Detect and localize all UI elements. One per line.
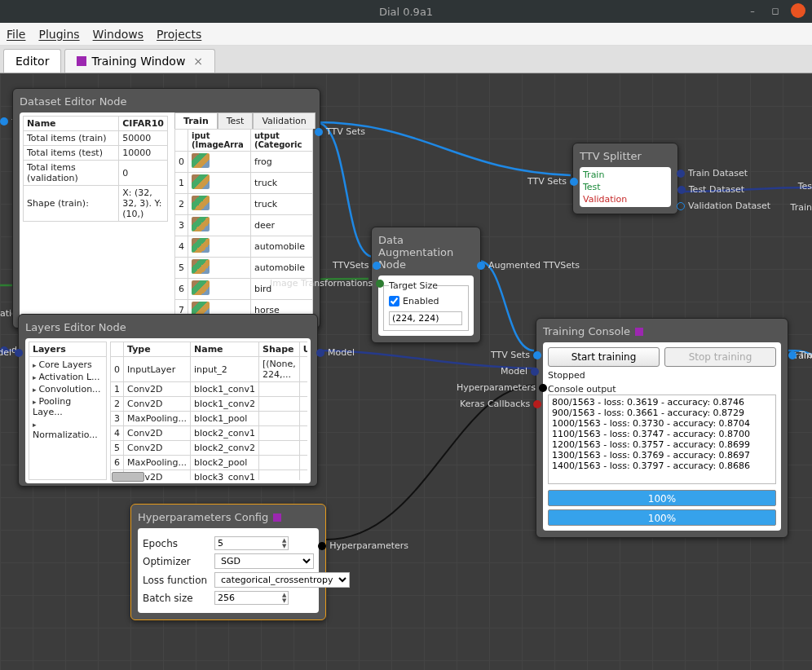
- out-port-hyperparameters[interactable]: Hyperparameters: [318, 540, 408, 551]
- splitter-list: Train Test Validation: [580, 167, 671, 207]
- out-port-test-dataset[interactable]: Test Dataset: [677, 184, 744, 195]
- progress-bar-1: 100%: [548, 490, 776, 506]
- sample-thumb: [192, 280, 210, 295]
- tree-item[interactable]: Activation L...: [33, 371, 103, 383]
- sample-thumb: [192, 259, 210, 274]
- console-label: Console output: [548, 384, 776, 395]
- close-button[interactable]: [791, 3, 805, 18]
- in-port-model[interactable]: Model: [0, 347, 23, 358]
- tab-label: Training Window: [91, 55, 185, 68]
- menu-projects[interactable]: Projects: [157, 28, 201, 41]
- batch-label: Batch size: [143, 593, 208, 604]
- layers-tree-header: Layers: [29, 342, 106, 357]
- out-port-train[interactable]: Trai: [788, 350, 812, 360]
- list-item[interactable]: Train: [583, 169, 668, 181]
- subtab-validation[interactable]: Validation: [253, 112, 315, 129]
- node-title: Layers Editor Node: [25, 321, 311, 333]
- epochs-spinner[interactable]: ▲▼: [214, 536, 289, 550]
- training-status: Stopped: [548, 370, 776, 381]
- batch-input[interactable]: [215, 592, 280, 604]
- tabstrip: Editor Training Window ×: [0, 46, 812, 73]
- menu-plugins[interactable]: Plugins: [38, 28, 79, 41]
- in-port-callbacks[interactable]: Keras Callbacks: [460, 399, 541, 409]
- dataset-meta-table: NameCIFAR10 Total items (train)50000 Tot…: [23, 116, 168, 222]
- tree-item[interactable]: Core Layers: [33, 359, 103, 371]
- in-port-ttvsets[interactable]: TTV Sets: [491, 350, 541, 360]
- in-port-hyperparameters[interactable]: Hyperparameters: [457, 382, 547, 393]
- loss-select[interactable]: categorical_crossentropy: [214, 572, 350, 588]
- tab-editor[interactable]: Editor: [3, 49, 61, 73]
- running-icon: [273, 514, 281, 522]
- layers-tree[interactable]: Core Layers Activation L... Convolution.…: [29, 357, 106, 443]
- in-port-ttvsets[interactable]: TTV Sets: [527, 176, 578, 187]
- batch-spinner[interactable]: ▲▼: [214, 591, 289, 605]
- out-port-validation-dataset[interactable]: Validation Dataset: [677, 201, 770, 211]
- epochs-label: Epochs: [143, 538, 208, 549]
- tab-training-window[interactable]: Training Window ×: [64, 49, 215, 73]
- out-port-ttvsets[interactable]: TTV Sets: [315, 126, 365, 137]
- edge-port: Tes: [798, 181, 812, 192]
- in-port-model[interactable]: Model: [501, 366, 539, 377]
- ttv-splitter-node[interactable]: TTV Splitter Train Test Validation TTV S…: [572, 143, 678, 214]
- node-title: Data Augmentation Node: [378, 234, 474, 271]
- enabled-checkbox[interactable]: Enabled: [389, 296, 463, 306]
- subtab-train[interactable]: Train: [174, 112, 218, 129]
- window-titlebar: Dial 0.9a1: [0, 0, 812, 23]
- target-size-label: Target Size: [389, 280, 438, 291]
- in-port-img-transforms[interactable]: Image Transformations: [270, 278, 384, 289]
- node-canvas[interactable]: ts del ations Tes Train Train Dataset Ed…: [0, 73, 812, 670]
- layers-table[interactable]: Type Name Shape Units 0InputLayerinput_2…: [110, 342, 307, 480]
- menu-windows[interactable]: Windows: [93, 28, 144, 41]
- optimizer-select[interactable]: SGD: [214, 553, 314, 569]
- out-port-model[interactable]: Model: [316, 347, 355, 358]
- training-window-icon: [77, 56, 86, 66]
- sample-thumb: [192, 196, 210, 210]
- target-size-input[interactable]: [389, 311, 462, 325]
- data-augmentation-node[interactable]: Data Augmentation Node Target Size Enabl…: [371, 227, 481, 343]
- optimizer-label: Optimizer: [143, 556, 208, 567]
- minimize-button[interactable]: [745, 3, 760, 18]
- progress-bar-2: 100%: [548, 509, 776, 526]
- sample-thumb: [192, 217, 210, 231]
- tree-item[interactable]: Pooling Laye...: [33, 395, 103, 418]
- close-tab-icon[interactable]: ×: [193, 55, 203, 68]
- console-output[interactable]: [548, 395, 776, 484]
- enabled-checkbox-input[interactable]: [389, 296, 399, 306]
- menubar: File Plugins Windows Projects: [0, 23, 812, 46]
- dataset-subtabs: Train Test Validation: [174, 112, 313, 129]
- node-title: Training Console: [543, 325, 781, 337]
- out-port-augmented[interactable]: Augmented TTVSets: [477, 260, 580, 271]
- list-item[interactable]: Validation: [583, 193, 668, 205]
- tree-item[interactable]: Normalizatio...: [33, 418, 103, 441]
- window-title: Dial 0.9a1: [379, 6, 433, 18]
- hyperparameters-node[interactable]: Hyperparameters Config Epochs ▲▼ Optimiz…: [130, 504, 326, 620]
- layers-editor-node[interactable]: Layers Editor Node Layers Core Layers Ac…: [18, 314, 318, 487]
- loss-label: Loss function: [143, 575, 208, 586]
- stop-training-button[interactable]: Stop training: [664, 347, 776, 367]
- subtab-test[interactable]: Test: [218, 112, 254, 129]
- tab-label: Editor: [15, 55, 49, 68]
- sample-thumb: [192, 153, 210, 168]
- h-scrollbar[interactable]: [112, 472, 144, 482]
- epochs-input[interactable]: [215, 537, 280, 549]
- dataset-samples-table[interactable]: iput (ImageArrautput (Categoric 0frog 1t…: [174, 129, 313, 321]
- maximize-button[interactable]: [768, 3, 783, 18]
- node-title: Hyperparameters Config: [138, 511, 319, 523]
- list-item[interactable]: Test: [583, 181, 668, 193]
- edge-port: Train: [791, 202, 812, 213]
- node-title: TTV Splitter: [580, 150, 671, 162]
- tree-item[interactable]: Convolution...: [33, 383, 103, 395]
- sample-thumb: [192, 174, 210, 189]
- node-title: Dataset Editor Node: [20, 95, 313, 108]
- in-port-ttvsets[interactable]: TTVSets: [333, 260, 381, 271]
- training-console-node[interactable]: Training Console Start training Stop tra…: [536, 318, 788, 538]
- start-training-button[interactable]: Start training: [548, 347, 660, 367]
- menu-file[interactable]: File: [7, 28, 25, 41]
- out-port-train-dataset[interactable]: Train Dataset: [677, 168, 748, 179]
- running-icon: [635, 328, 643, 336]
- dataset-editor-node[interactable]: Dataset Editor Node NameCIFAR10 Total it…: [12, 88, 320, 328]
- sample-thumb: [192, 238, 210, 253]
